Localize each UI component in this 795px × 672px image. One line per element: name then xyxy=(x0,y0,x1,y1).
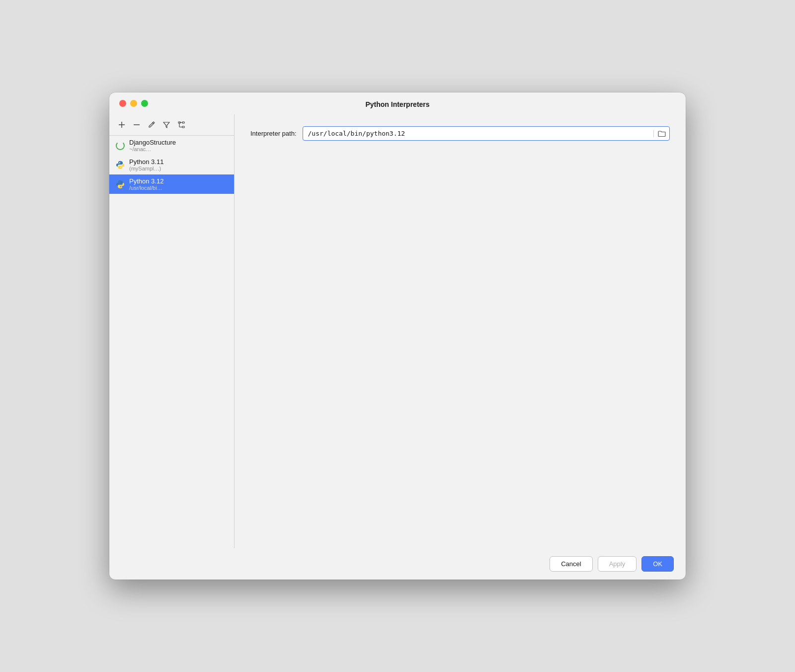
interpreter-path-label: Interpreter path: xyxy=(250,130,297,137)
remove-interpreter-button[interactable] xyxy=(130,118,143,131)
interpreter-path-312: /usr/local/bi… xyxy=(129,185,163,191)
sidebar-toolbar xyxy=(109,114,234,136)
sidebar-item-django-structure[interactable]: DjangoStructure ~/anac… xyxy=(109,136,234,155)
sidebar-item-python312[interactable]: Python 3.12 /usr/local/bi… xyxy=(109,174,234,194)
dialog-title: Python Interpreters xyxy=(365,100,429,108)
django-icon xyxy=(115,141,125,151)
filter-icon xyxy=(163,121,170,128)
maximize-button[interactable] xyxy=(141,100,148,107)
cancel-button[interactable]: Cancel xyxy=(550,556,592,572)
window-controls xyxy=(119,100,148,107)
interpreter-name-django: DjangoStructure xyxy=(129,139,176,146)
minimize-button[interactable] xyxy=(130,100,137,107)
svg-marker-3 xyxy=(163,122,169,128)
close-button[interactable] xyxy=(119,100,126,107)
main-content: Interpreter path: xyxy=(235,114,686,548)
interpreter-path-input-wrapper xyxy=(303,126,670,141)
ok-button[interactable]: OK xyxy=(641,556,674,572)
dialog-body: DjangoStructure ~/anac… Python 3.11 xyxy=(109,114,686,548)
add-interpreter-button[interactable] xyxy=(115,118,128,131)
interpreter-path-311: (mySampl…) xyxy=(129,166,163,171)
interpreter-name-311: Python 3.11 xyxy=(129,158,163,166)
interpreter-path-input[interactable] xyxy=(303,127,654,140)
minus-icon xyxy=(133,121,140,128)
interpreter-list: DjangoStructure ~/anac… Python 3.11 xyxy=(109,136,234,548)
folder-icon xyxy=(658,130,666,137)
dialog-footer: Cancel Apply OK xyxy=(109,548,686,580)
sidebar: DjangoStructure ~/anac… Python 3.11 xyxy=(109,114,235,548)
browse-button[interactable] xyxy=(653,130,669,137)
python312-icon xyxy=(115,179,125,189)
python311-icon xyxy=(115,160,125,170)
interpreter-path-row: Interpreter path: xyxy=(250,126,670,141)
sidebar-item-python311[interactable]: Python 3.11 (mySampl…) xyxy=(109,155,234,174)
content-area xyxy=(250,151,670,536)
interpreter-path-django: ~/anac… xyxy=(129,146,176,152)
svg-rect-5 xyxy=(182,122,184,123)
edit-interpreter-button[interactable] xyxy=(145,118,158,131)
title-bar: Python Interpreters xyxy=(109,92,686,114)
apply-button[interactable]: Apply xyxy=(598,556,637,572)
interpreter-name-312: Python 3.12 xyxy=(129,177,163,185)
plus-icon xyxy=(118,121,125,128)
tree-view-button[interactable] xyxy=(175,118,188,131)
pencil-icon xyxy=(148,121,155,128)
filter-button[interactable] xyxy=(160,118,173,131)
python-interpreters-dialog: Python Interpreters xyxy=(109,92,686,580)
tree-icon xyxy=(178,121,185,128)
svg-rect-6 xyxy=(182,126,184,128)
